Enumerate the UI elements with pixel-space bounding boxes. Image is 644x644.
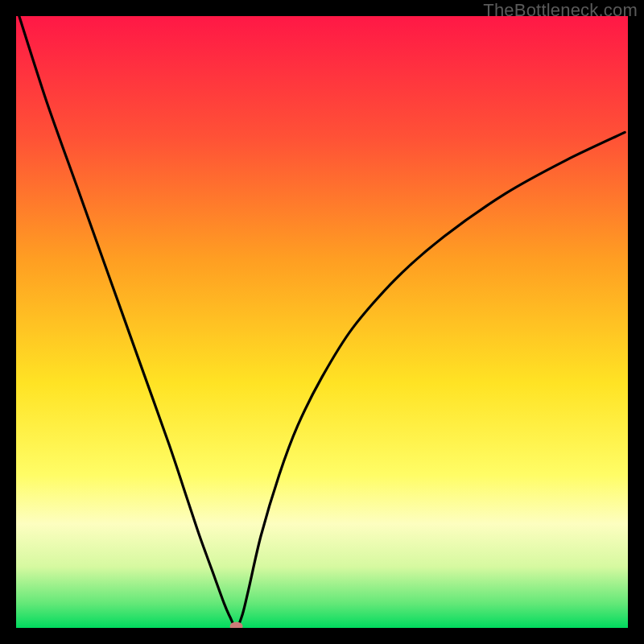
bottleneck-chart — [16, 16, 628, 628]
chart-frame — [16, 16, 628, 628]
watermark-text: TheBottleneck.com — [483, 0, 638, 21]
gradient-background — [16, 16, 628, 628]
